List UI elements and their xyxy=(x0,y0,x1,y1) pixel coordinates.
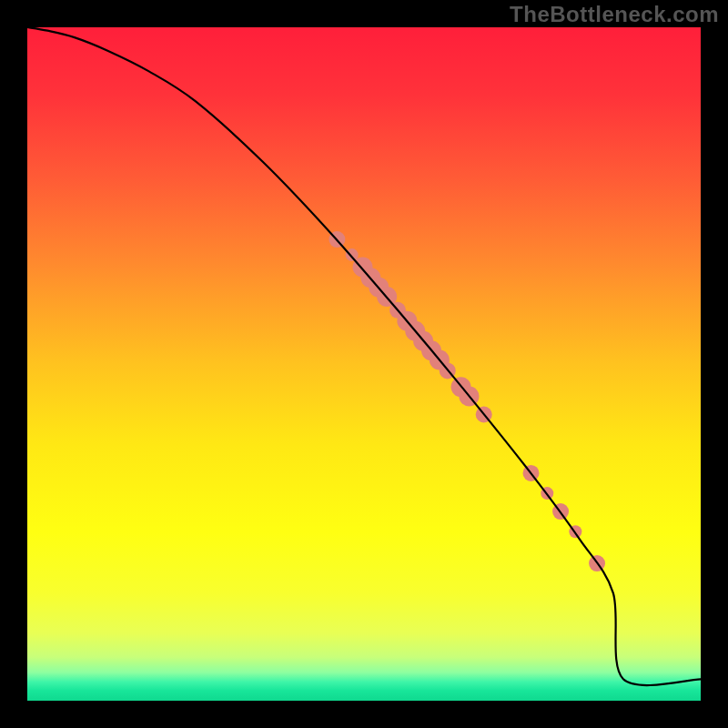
chart-stage: TheBottleneck.com xyxy=(0,0,728,728)
plot-background xyxy=(27,27,701,701)
watermark-text: TheBottleneck.com xyxy=(510,2,719,27)
bottleneck-chart xyxy=(0,0,728,728)
